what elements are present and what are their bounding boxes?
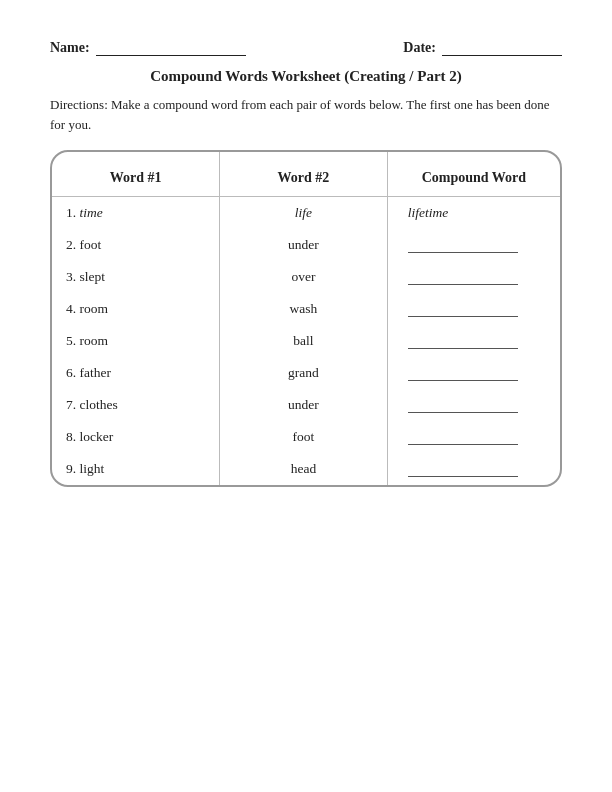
word1-cell: 7. clothes — [52, 389, 220, 421]
table-row: 9. lighthead — [52, 453, 560, 485]
word1-cell: 6. father — [52, 357, 220, 389]
compound-cell — [387, 453, 560, 485]
table-row: 8. lockerfoot — [52, 421, 560, 453]
table-row: 4. roomwash — [52, 293, 560, 325]
answer-line[interactable] — [408, 271, 518, 285]
word1-cell: 9. light — [52, 453, 220, 485]
answer-line[interactable] — [408, 239, 518, 253]
word1-cell: 5. room — [52, 325, 220, 357]
table-row: 3. sleptover — [52, 261, 560, 293]
word1-cell: 1. time — [52, 197, 220, 230]
table-row: 6. fathergrand — [52, 357, 560, 389]
answer-line[interactable] — [408, 463, 518, 477]
word2-cell: head — [220, 453, 388, 485]
compound-cell: lifetime — [387, 197, 560, 230]
word1-cell: 2. foot — [52, 229, 220, 261]
word1-cell: 8. locker — [52, 421, 220, 453]
worksheet-table: Word #1 Word #2 Compound Word 1. timelif… — [52, 152, 560, 485]
compound-cell — [387, 325, 560, 357]
compound-cell — [387, 229, 560, 261]
col-header-word1: Word #1 — [52, 152, 220, 197]
compound-cell — [387, 421, 560, 453]
date-field: Date: — [403, 40, 562, 56]
table-row: 1. timelifelifetime — [52, 197, 560, 230]
page-title: Compound Words Worksheet (Creating / Par… — [50, 68, 562, 85]
word1-cell: 3. slept — [52, 261, 220, 293]
table-row: 7. clothesunder — [52, 389, 560, 421]
answer-line[interactable] — [408, 335, 518, 349]
date-underline[interactable] — [442, 40, 562, 56]
compound-cell — [387, 389, 560, 421]
directions-text: Directions: Make a compound word from ea… — [50, 95, 562, 134]
word2-cell: under — [220, 229, 388, 261]
word2-cell: over — [220, 261, 388, 293]
table-row: 2. footunder — [52, 229, 560, 261]
answer-line[interactable] — [408, 303, 518, 317]
word2-cell: foot — [220, 421, 388, 453]
name-underline[interactable] — [96, 40, 246, 56]
answer-line[interactable] — [408, 399, 518, 413]
worksheet-table-container: Word #1 Word #2 Compound Word 1. timelif… — [50, 150, 562, 487]
word2-cell: under — [220, 389, 388, 421]
col-header-word2: Word #2 — [220, 152, 388, 197]
compound-cell — [387, 261, 560, 293]
col-header-compound: Compound Word — [387, 152, 560, 197]
word2-cell: life — [220, 197, 388, 230]
compound-cell — [387, 293, 560, 325]
name-field: Name: — [50, 40, 246, 56]
word2-cell: wash — [220, 293, 388, 325]
compound-cell — [387, 357, 560, 389]
answer-line[interactable] — [408, 367, 518, 381]
table-row: 5. roomball — [52, 325, 560, 357]
header-row: Name: Date: — [50, 40, 562, 56]
answer-line[interactable] — [408, 431, 518, 445]
date-label: Date: — [403, 40, 436, 56]
word2-cell: grand — [220, 357, 388, 389]
table-header-row: Word #1 Word #2 Compound Word — [52, 152, 560, 197]
name-label: Name: — [50, 40, 90, 56]
word1-cell: 4. room — [52, 293, 220, 325]
word2-cell: ball — [220, 325, 388, 357]
